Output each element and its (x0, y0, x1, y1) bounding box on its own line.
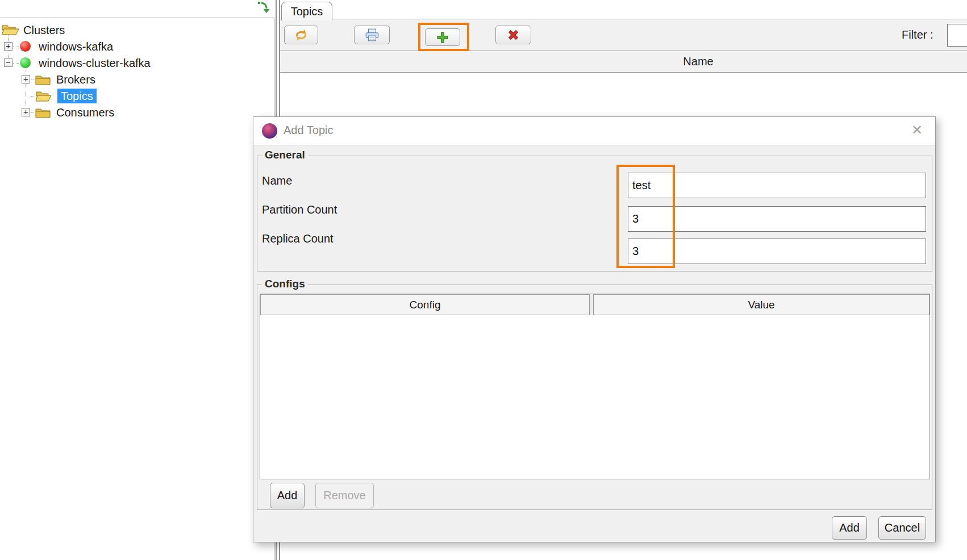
tree-connector-line (13, 47, 19, 47)
filter-input[interactable] (947, 24, 967, 47)
open-folder-icon (35, 90, 52, 102)
configs-table: Config Value (260, 294, 930, 479)
tree-connector-line (31, 96, 35, 97)
app-icon (262, 123, 277, 139)
tree-connector-line (31, 80, 35, 80)
delete-topic-button[interactable] (495, 26, 531, 44)
cluster-tree-panel: Clusters + windows-kafka − windows-clust… (0, 18, 274, 560)
tree-connector-line (13, 63, 19, 64)
green-plus-icon (436, 31, 449, 44)
printer-icon (365, 28, 380, 42)
red-x-icon (507, 28, 520, 41)
dialog-titlebar[interactable]: Add Topic ✕ (253, 117, 935, 145)
configs-group-legend: Configs (262, 278, 308, 290)
config-add-button[interactable]: Add (270, 483, 305, 508)
tree-item-label-selected: Topics (57, 89, 97, 103)
tree-item-brokers[interactable]: + Brokers (0, 71, 274, 87)
tree-item-label: Brokers (56, 73, 95, 86)
topics-toolbar: Filter : (280, 19, 967, 51)
tree-item-label: Clusters (23, 23, 65, 37)
kafka-tool-window: Clusters + windows-kafka − windows-clust… (0, 0, 967, 560)
print-button[interactable] (354, 26, 390, 44)
general-group: General Name Partition Count Replica Cou… (257, 156, 932, 271)
tree-item-label: Consumers (56, 106, 114, 119)
dialog-title: Add Topic (284, 124, 333, 137)
column-header-value[interactable]: Value (593, 294, 930, 315)
refresh-button[interactable] (284, 26, 318, 44)
general-group-legend: General (262, 149, 308, 161)
tree-item-windows-cluster-kafka[interactable]: − windows-cluster-kafka (0, 55, 274, 71)
tab-label: Topics (291, 5, 323, 18)
configs-table-body (260, 315, 930, 479)
dialog-close-button[interactable]: ✕ (911, 122, 923, 138)
expander-minus[interactable]: − (4, 58, 12, 67)
topics-table-header: Name (280, 51, 967, 73)
replica-count-label: Replica Count (262, 232, 334, 246)
scroll-to-selection-icon[interactable] (256, 1, 270, 14)
filter-label: Filter : (902, 28, 933, 41)
partition-count-label: Partition Count (262, 203, 337, 217)
add-topic-button[interactable] (425, 28, 460, 46)
tree-item-topics-selected[interactable]: Topics (0, 87, 274, 104)
dialog-cancel-button[interactable]: Cancel (878, 516, 926, 540)
tree-connector-line (31, 112, 35, 113)
status-dot-green (20, 57, 31, 68)
folder-icon (35, 107, 51, 118)
configs-table-header: Config Value (260, 294, 930, 315)
expander-plus[interactable]: + (22, 108, 30, 116)
dialog-add-button[interactable]: Add (832, 516, 867, 540)
name-field-label: Name (262, 174, 292, 188)
column-header-config[interactable]: Config (260, 294, 590, 315)
tree-item-windows-kafka[interactable]: + windows-kafka (0, 38, 274, 55)
tree-item-label: windows-cluster-kafka (39, 56, 151, 70)
tree-item-consumers[interactable]: + Consumers (0, 104, 274, 120)
tab-topics[interactable]: Topics (281, 2, 332, 20)
tree-item-clusters[interactable]: Clusters (0, 22, 274, 38)
configs-group: Configs Config Value Add Remove (257, 285, 932, 510)
add-topic-dialog: Add Topic ✕ General Name Partition Count… (253, 116, 936, 542)
replica-count-input[interactable] (628, 239, 926, 264)
expander-plus[interactable]: + (22, 75, 30, 83)
partition-count-input[interactable] (628, 206, 926, 232)
name-input[interactable] (628, 173, 926, 198)
open-folder-icon (1, 24, 19, 36)
expander-plus[interactable]: + (4, 42, 12, 51)
folder-icon (35, 74, 51, 85)
status-dot-red (20, 41, 31, 52)
sync-arrows-icon (294, 28, 309, 42)
green-down-arrow-icon (256, 1, 270, 14)
config-remove-button[interactable]: Remove (315, 483, 374, 508)
tree-item-label: windows-kafka (39, 40, 113, 53)
column-header-name[interactable]: Name (683, 55, 713, 68)
